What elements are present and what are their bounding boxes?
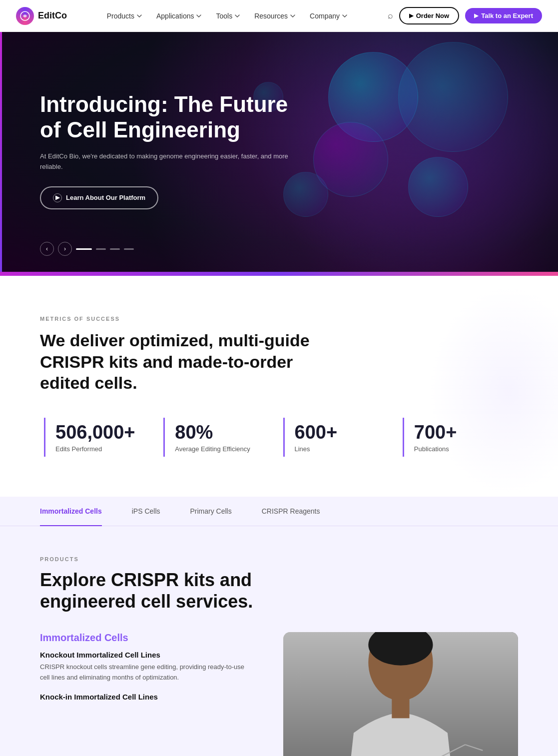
cell-bubble-2 (398, 42, 508, 152)
metric-efficiency-label: Average Editing Efficiency (175, 445, 263, 453)
logo-text: EditCo (38, 10, 67, 21)
products-section-label: PRODUCTS (40, 556, 518, 562)
hero-accent-bar (0, 32, 2, 272)
metrics-heading: We deliver optimized, multi-guide CRISPR… (40, 330, 320, 394)
metrics-section-label: METRICS OF SUCCESS (40, 316, 518, 322)
metric-efficiency-value: 80% (175, 422, 263, 443)
learn-platform-button[interactable]: ▶ Learn About Our Platform (40, 186, 158, 209)
metrics-section: METRICS OF SUCCESS We deliver optimized,… (0, 276, 558, 497)
metric-edits: 506,000+ Edits Performed (44, 418, 159, 457)
hero-bottom-gradient-bar (0, 272, 558, 276)
nav-link-resources[interactable]: Resources (254, 12, 296, 20)
hero-dot-1[interactable] (76, 248, 92, 250)
nav-link-products[interactable]: Products (107, 12, 142, 20)
tab-immortalized-cells[interactable]: Immortalized Cells (40, 497, 102, 526)
logo[interactable]: EditCo (16, 7, 67, 25)
hero-prev-button[interactable]: ‹ (40, 242, 54, 256)
hero-dot-4[interactable] (124, 248, 134, 250)
nav-link-applications[interactable]: Applications (156, 12, 202, 20)
tab-ips-cells[interactable]: iPS Cells (132, 497, 160, 526)
products-section: PRODUCTS Explore CRISPR kits and enginee… (0, 526, 558, 756)
products-header: PRODUCTS Explore CRISPR kits and enginee… (40, 556, 518, 612)
hero-navigation: ‹ › (40, 242, 134, 256)
hero-description: At EditCo Bio, we're dedicated to making… (40, 151, 290, 172)
metric-edits-value: 506,000+ (55, 422, 143, 443)
products-layout: Immortalized Cells Knockout Immortalized… (40, 632, 518, 756)
hero-content: Introducing: The Future of Cell Engineer… (40, 92, 290, 209)
products-heading: Explore CRISPR kits and engineered cell … (40, 569, 280, 612)
product-knockout-title: Knockout Immortalized Cell Lines (40, 651, 253, 659)
metric-lines-label: Lines (295, 445, 383, 453)
products-category-immortalized: Immortalized Cells (40, 632, 253, 644)
products-image (283, 632, 518, 756)
logo-icon (16, 7, 34, 25)
tab-primary-cells[interactable]: Primary Cells (190, 497, 232, 526)
metric-lines: 600+ Lines (283, 418, 399, 457)
metric-efficiency: 80% Average Editing Efficiency (163, 418, 279, 457)
product-knockout-desc: CRISPR knockout cells streamline gene ed… (40, 662, 253, 683)
product-tabs-nav: Immortalized Cells iPS Cells Primary Cel… (0, 497, 558, 526)
hero-next-button[interactable]: › (58, 242, 72, 256)
metric-lines-value: 600+ (295, 422, 383, 443)
product-knockin-title: Knock-in Immortalized Cell Lines (40, 693, 253, 701)
talk-to-expert-button[interactable]: ▶ Talk to an Expert (465, 8, 542, 23)
search-icon[interactable]: ⌕ (388, 10, 393, 21)
nav-links: Products Applications Tools Resources Co… (107, 12, 348, 20)
order-now-button[interactable]: ▶ Order Now (399, 7, 459, 24)
products-content: Immortalized Cells Knockout Immortalized… (40, 632, 253, 705)
tab-crispr-reagents[interactable]: CRISPR Reagents (262, 497, 320, 526)
cell-bubble-5 (283, 172, 328, 217)
navigation: EditCo Products Applications Tools Resou… (0, 0, 558, 32)
nav-link-tools[interactable]: Tools (216, 12, 240, 20)
scientist-illustration (283, 632, 518, 756)
svg-rect-4 (392, 698, 409, 718)
hero-dot-2[interactable] (96, 248, 106, 250)
hero-title: Introducing: The Future of Cell Engineer… (40, 92, 290, 142)
hero-dot-3[interactable] (110, 248, 120, 250)
hero-section: Introducing: The Future of Cell Engineer… (0, 32, 558, 272)
nav-actions: ⌕ ▶ Order Now ▶ Talk to an Expert (388, 7, 542, 24)
cell-bubble-4 (408, 157, 468, 217)
nav-link-company[interactable]: Company (310, 12, 348, 20)
product-tabs-section: Immortalized Cells iPS Cells Primary Cel… (0, 497, 558, 756)
metric-edits-label: Edits Performed (55, 445, 143, 453)
